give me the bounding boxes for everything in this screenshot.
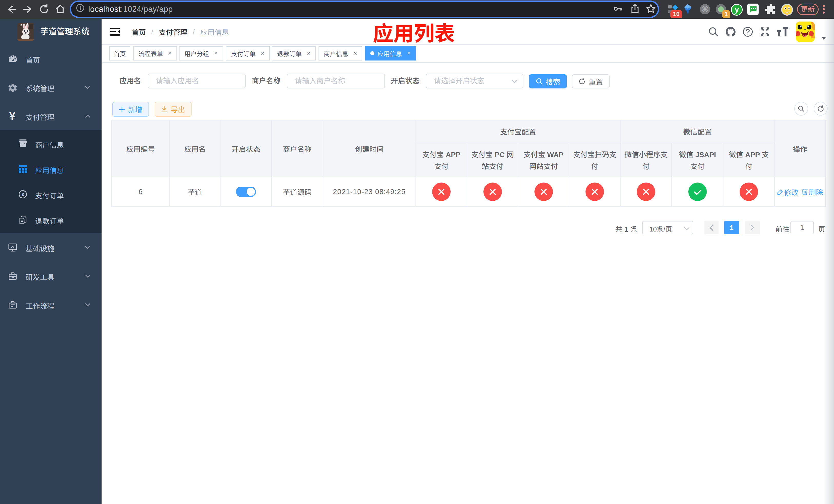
svg-text:¥: ¥ [22, 192, 24, 197]
svg-text:⌘: ⌘ [702, 5, 708, 13]
svg-text:y: y [735, 5, 739, 14]
